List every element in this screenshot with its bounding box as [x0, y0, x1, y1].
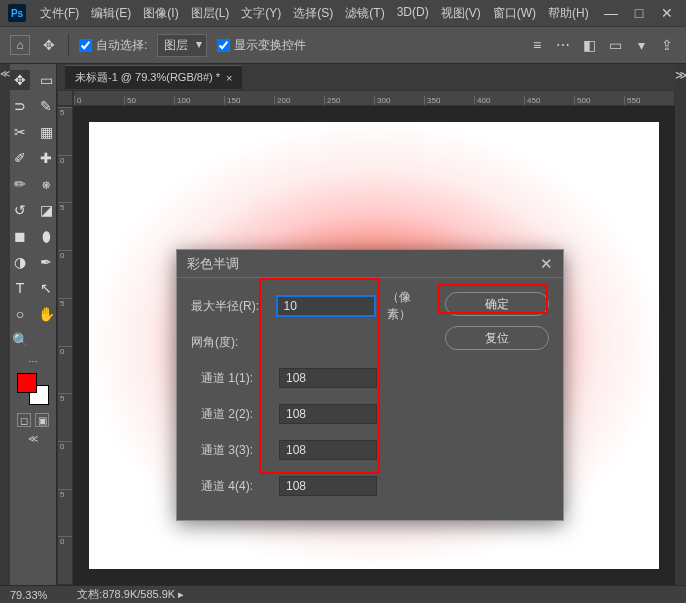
- panel-menu-icon[interactable]: ▾: [632, 36, 650, 54]
- zoom-level[interactable]: 79.33%: [10, 589, 47, 601]
- type-tool[interactable]: T: [10, 278, 30, 298]
- menu-item[interactable]: 滤镜(T): [339, 2, 390, 25]
- dialog-title: 彩色半调: [187, 255, 239, 273]
- move-tool-indicator-icon: ✥: [40, 36, 58, 54]
- lasso-tool[interactable]: ⊃: [10, 96, 30, 116]
- shape-tool[interactable]: ○: [10, 304, 30, 324]
- screenmode-icon[interactable]: ▣: [35, 413, 49, 427]
- toolbox-collapse-icon[interactable]: ≪: [28, 433, 38, 444]
- frame-tool[interactable]: ▦: [36, 122, 56, 142]
- channel-2-input[interactable]: [279, 404, 377, 424]
- max-radius-input[interactable]: [277, 296, 375, 316]
- document-tab-title: 未标题-1 @ 79.3%(RGB/8#) *: [75, 70, 220, 85]
- blur-tool[interactable]: ⬮: [36, 226, 56, 246]
- menubar: Ps 文件(F)编辑(E)图像(I)图层(L)文字(Y)选择(S)滤镜(T)3D…: [0, 0, 686, 26]
- hand-tool[interactable]: ✋: [36, 304, 56, 324]
- dodge-tool[interactable]: ◑: [10, 252, 30, 272]
- toolbox: ✥ ▭ ⊃ ✎ ✂ ▦ ✐ ✚ ✏ ⎈ ↺ ◪ ◼ ⬮ ◑ ✒ T ↖ ○ ✋ …: [10, 64, 57, 585]
- color-halftone-dialog: 彩色半调 ✕ 最大半径(R): （像素） 网角(度): 通道 1(1): 通道 …: [176, 249, 564, 521]
- quickmask-icon[interactable]: ◻: [17, 413, 31, 427]
- foreground-color-swatch[interactable]: [17, 373, 37, 393]
- share-icon[interactable]: ⇪: [658, 36, 676, 54]
- status-bar: 79.33% 文档:878.9K/585.9K ▸: [0, 585, 686, 603]
- pixel-unit-label: （像素）: [387, 289, 434, 323]
- brush-tool[interactable]: ✏: [10, 174, 30, 194]
- close-tab-icon[interactable]: ×: [226, 72, 232, 84]
- document-tabbar: 未标题-1 @ 79.3%(RGB/8#) * ×: [57, 64, 675, 90]
- menu-item[interactable]: 选择(S): [287, 2, 339, 25]
- document-tab[interactable]: 未标题-1 @ 79.3%(RGB/8#) * ×: [65, 65, 242, 89]
- ok-button[interactable]: 确定: [445, 292, 549, 316]
- channel-2-label: 通道 2(2):: [191, 406, 271, 423]
- menu-item[interactable]: 3D(D): [391, 2, 435, 25]
- tool-collapse-strip[interactable]: ≪: [0, 64, 10, 585]
- path-select-tool[interactable]: ↖: [36, 278, 56, 298]
- window-controls: — □ ✕: [604, 6, 678, 20]
- horizontal-ruler: 050100150200250300350400450500550: [73, 90, 675, 106]
- minimize-button[interactable]: —: [604, 6, 618, 20]
- menu-item[interactable]: 文字(Y): [235, 2, 287, 25]
- show-transform-label: 显示变换控件: [234, 37, 306, 54]
- separator: [68, 34, 69, 56]
- dialog-close-icon[interactable]: ✕: [540, 255, 553, 273]
- menu-item[interactable]: 编辑(E): [85, 2, 137, 25]
- history-brush-tool[interactable]: ↺: [10, 200, 30, 220]
- move-tool[interactable]: ✥: [10, 70, 30, 90]
- edit-toolbar-icon[interactable]: ⋯: [28, 356, 39, 367]
- maximize-button[interactable]: □: [632, 6, 646, 20]
- max-radius-label: 最大半径(R):: [191, 298, 269, 315]
- channel-1-label: 通道 1(1):: [191, 370, 271, 387]
- zoom-tool[interactable]: 🔍: [10, 330, 30, 350]
- channel-3-label: 通道 3(3):: [191, 442, 271, 459]
- doc-info[interactable]: 文档:878.9K/585.9K ▸: [77, 587, 184, 602]
- menu-item[interactable]: 视图(V): [435, 2, 487, 25]
- pen-tool[interactable]: ✒: [36, 252, 56, 272]
- channel-3-input[interactable]: [279, 440, 377, 460]
- crop-tool[interactable]: ✂: [10, 122, 30, 142]
- options-bar: ⌂ ✥ 自动选择: 图层 显示变换控件 ≡ ⋯ ◧ ▭ ▾ ⇪: [0, 26, 686, 64]
- grid-angle-label: 网角(度):: [191, 334, 271, 351]
- menu-item[interactable]: 窗口(W): [487, 2, 542, 25]
- marquee-tool[interactable]: ▭: [36, 70, 56, 90]
- auto-select-checkbox[interactable]: 自动选择:: [79, 37, 147, 54]
- panel-collapse-strip[interactable]: ≫: [675, 64, 686, 585]
- eraser-tool[interactable]: ◪: [36, 200, 56, 220]
- gradient-tool[interactable]: ◼: [10, 226, 30, 246]
- menu-item[interactable]: 图像(I): [137, 2, 184, 25]
- layer-dropdown[interactable]: 图层: [157, 34, 207, 57]
- auto-select-label: 自动选择:: [96, 37, 147, 54]
- eyedropper-tool[interactable]: ✐: [10, 148, 30, 168]
- show-transform-input[interactable]: [217, 39, 230, 52]
- frame-icon[interactable]: ▭: [606, 36, 624, 54]
- align-icon[interactable]: ≡: [528, 36, 546, 54]
- color-swatch[interactable]: [17, 373, 49, 405]
- heal-tool[interactable]: ✚: [36, 148, 56, 168]
- show-transform-checkbox[interactable]: 显示变换控件: [217, 37, 306, 54]
- channel-4-input[interactable]: [279, 476, 377, 496]
- vertical-ruler: 5050505050: [57, 106, 73, 585]
- distribute-icon[interactable]: ⋯: [554, 36, 572, 54]
- quick-select-tool[interactable]: ✎: [36, 96, 56, 116]
- channel-4-label: 通道 4(4):: [191, 478, 271, 495]
- menu-item[interactable]: 文件(F): [34, 2, 85, 25]
- auto-select-input[interactable]: [79, 39, 92, 52]
- close-window-button[interactable]: ✕: [660, 6, 674, 20]
- 3d-mode-icon[interactable]: ◧: [580, 36, 598, 54]
- channel-1-input[interactable]: [279, 368, 377, 388]
- menu-item[interactable]: 图层(L): [185, 2, 236, 25]
- stamp-tool[interactable]: ⎈: [36, 174, 56, 194]
- menu-item[interactable]: 帮助(H): [542, 2, 595, 25]
- home-icon[interactable]: ⌂: [10, 35, 30, 55]
- ruler-corner: [57, 90, 73, 106]
- dialog-titlebar[interactable]: 彩色半调 ✕: [177, 250, 563, 278]
- reset-button[interactable]: 复位: [445, 326, 549, 350]
- ps-logo-icon: Ps: [8, 4, 26, 22]
